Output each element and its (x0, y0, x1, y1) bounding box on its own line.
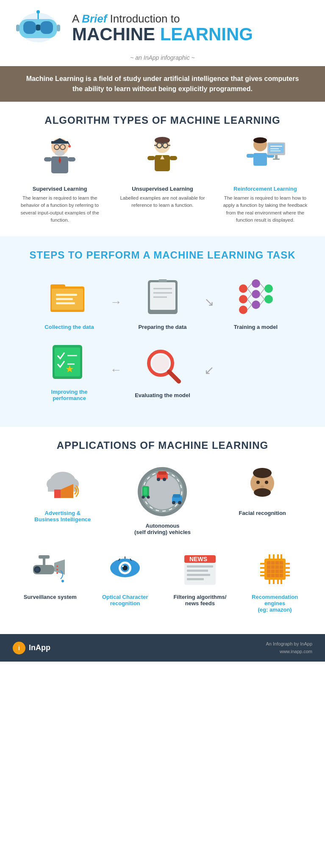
apps-section: APPLICATIONS OF MACHINE LEARNING (0, 427, 325, 634)
reinforcement-learning-desc: The learner is required to learn how to … (221, 195, 310, 224)
intro-line: A Brief Introduction to (72, 12, 312, 25)
inapp-logo-icon: i (13, 642, 25, 654)
ocr-icon (104, 548, 146, 590)
svg-rect-151 (269, 554, 270, 559)
autonomous-vehicles-icon (135, 464, 190, 519)
svg-point-63 (264, 284, 273, 293)
banner-text: Machine Learning is a field of study und… (26, 75, 299, 92)
svg-point-62 (252, 300, 260, 309)
filtering-icon: NEWS (179, 548, 221, 590)
svg-rect-155 (269, 580, 270, 584)
steps-flow: Collecting the data → (13, 270, 312, 414)
footer-credit-line2: www.inapp.com (266, 648, 312, 656)
svg-rect-150 (286, 575, 290, 576)
svg-line-70 (260, 284, 264, 289)
svg-point-117 (56, 569, 58, 570)
apps-row-2: Surveillance system Optical Characterrec… (13, 544, 312, 617)
svg-point-94 (157, 478, 160, 481)
surveillance-icon (29, 548, 71, 590)
svg-rect-4 (36, 25, 40, 31)
svg-rect-158 (281, 580, 282, 584)
svg-rect-101 (173, 494, 181, 498)
svg-rect-133 (187, 574, 210, 576)
svg-point-103 (178, 501, 181, 504)
advertising-label: Advertising &Business Intelligence (25, 510, 101, 523)
subtitle: ~ an InApp infographic ~ (0, 51, 325, 66)
svg-line-68 (247, 299, 252, 305)
improving-performance-icon (46, 339, 93, 385)
svg-rect-157 (277, 580, 279, 584)
svg-rect-149 (286, 571, 290, 573)
svg-line-73 (260, 299, 264, 305)
svg-line-81 (169, 372, 179, 381)
advertising-icon (42, 464, 84, 506)
training-model-icon (233, 274, 279, 320)
preparing-data-step: Preparing the data (129, 270, 197, 334)
brief-word: Brief (82, 12, 107, 25)
svg-point-17 (55, 150, 65, 156)
svg-rect-115 (39, 555, 50, 559)
recommendation-app-item: Recommendation engines(eg: amazon) (237, 544, 312, 617)
svg-rect-36 (247, 154, 254, 158)
recommendation-icon (254, 548, 296, 590)
reinforcement-learning-item: Reinforcement Learning The learner is re… (221, 135, 310, 224)
svg-rect-40 (275, 155, 278, 159)
evaluating-model-label: Evaluating the model (133, 392, 192, 398)
facial-recognition-icon (241, 464, 283, 506)
svg-rect-146 (260, 575, 264, 576)
svg-rect-41 (273, 159, 280, 160)
preparing-data-label: Preparing the data (133, 324, 192, 330)
svg-line-69 (247, 305, 252, 310)
svg-rect-35 (253, 153, 267, 166)
svg-rect-93 (158, 471, 167, 475)
autonomous-vehicles-label: Autonomous(self driving) vehicles (124, 523, 200, 535)
steps-section-title: STEPS TO PERFORM A MACHINE LEARNING TASK (13, 236, 312, 270)
svg-rect-3 (40, 21, 53, 34)
svg-rect-152 (273, 554, 275, 559)
svg-rect-56 (158, 279, 167, 282)
svg-point-61 (252, 290, 260, 298)
supervised-learning-icon (39, 135, 81, 181)
surveillance-app-item: Surveillance system (13, 544, 88, 604)
reinforcement-learning-icon (244, 135, 286, 181)
steps-section: STEPS TO PERFORM A MACHINE LEARNING TASK (0, 236, 325, 427)
svg-rect-2 (23, 21, 36, 34)
filtering-label: Filtering algorithms/news feeds (167, 594, 233, 606)
svg-rect-144 (260, 567, 264, 569)
svg-marker-111 (54, 559, 65, 575)
improving-performance-label: Improving the performance (40, 389, 99, 401)
svg-point-102 (172, 501, 175, 504)
svg-rect-156 (273, 580, 275, 584)
svg-point-124 (122, 565, 124, 567)
svg-text:NEWS: NEWS (189, 556, 207, 562)
svg-rect-50 (56, 302, 75, 304)
main-title: MACHINE LEARNING (72, 25, 312, 43)
svg-rect-32 (169, 156, 177, 160)
footer-logo: i InApp (13, 642, 50, 654)
svg-rect-48 (56, 294, 77, 296)
algorithm-section-title: ALGORITHM TYPES OF MACHINE LEARNING (13, 102, 312, 135)
facial-recognition-label: Facial recognition (224, 510, 300, 516)
evaluating-model-icon (139, 342, 186, 389)
training-model-step: Training a model (222, 270, 290, 334)
svg-rect-132 (187, 570, 208, 572)
improving-performance-step: Improving the performance (36, 334, 103, 406)
definition-banner: Machine Learning is a field of study und… (0, 66, 325, 102)
svg-rect-39 (269, 144, 284, 153)
svg-point-34 (253, 137, 267, 143)
svg-point-105 (253, 468, 272, 478)
arrow-3: ← (103, 363, 129, 377)
svg-rect-131 (187, 565, 213, 568)
svg-point-106 (254, 488, 271, 497)
unsupervised-learning-icon (141, 135, 183, 181)
arrow-1: → (103, 295, 129, 309)
svg-rect-20 (68, 157, 75, 161)
svg-point-118 (56, 572, 58, 574)
unsupervised-learning-item: Unsupervised Learning Labelled examples … (118, 135, 207, 209)
unsupervised-learning-desc: Labelled examples are not available for … (118, 195, 207, 209)
svg-line-66 (247, 289, 252, 294)
svg-rect-19 (44, 157, 52, 161)
steps-row-2: Improving the performance ← Evaluating t… (17, 334, 308, 406)
svg-rect-52 (150, 282, 175, 310)
evaluating-model-step: Evaluating the model (129, 338, 197, 403)
